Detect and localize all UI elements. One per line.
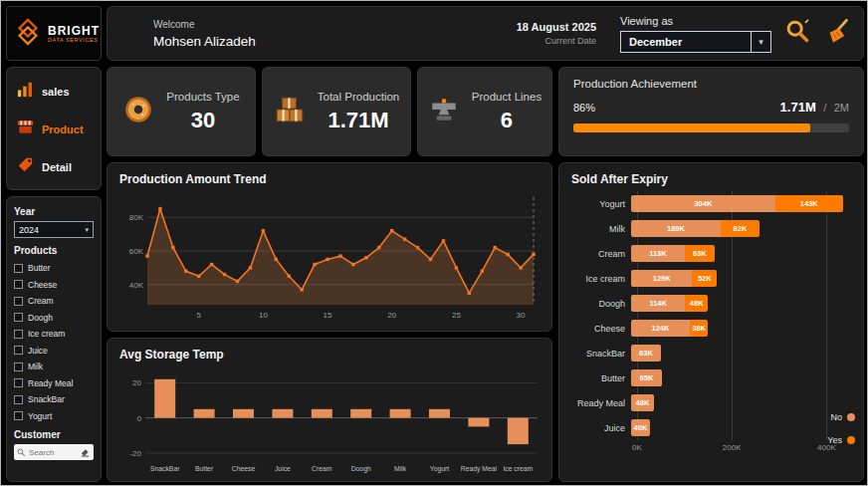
sold-bar-segment-yes[interactable]: 143K: [775, 195, 843, 212]
sidebar-item-label: Detail: [42, 161, 72, 173]
sold-bar-segment-no[interactable]: 129K: [631, 270, 692, 287]
year-dropdown-value: 2024: [19, 225, 39, 235]
sold-after-expiry-title: Sold After Expiry: [559, 163, 863, 189]
checkbox[interactable]: [14, 395, 23, 404]
sold-bar-segment-no[interactable]: 48K: [631, 394, 654, 411]
sold-bar-segment-no[interactable]: 63K: [631, 345, 661, 362]
sold-category-label: Cream: [569, 249, 631, 259]
search-magnifier-icon[interactable]: [784, 18, 811, 49]
checkbox[interactable]: [14, 411, 23, 420]
checkbox-label: Doogh: [28, 313, 53, 323]
checkbox-label: Milk: [28, 362, 43, 371]
svg-text:Cream: Cream: [312, 465, 332, 472]
production-trend-title: Production Amount Trend: [108, 163, 551, 189]
svg-text:80K: 80K: [129, 213, 144, 222]
temp-bar[interactable]: [468, 418, 489, 427]
boxes-icon: [274, 94, 306, 129]
machine-anvil-icon: [428, 94, 460, 129]
temp-bar[interactable]: [508, 418, 529, 445]
chevron-down-icon[interactable]: ▾: [751, 32, 770, 52]
sold-chart[interactable]: 0K200K400KYogurt304K143KMilk189K82KCream…: [559, 189, 863, 478]
legend-dot: [847, 413, 855, 421]
checkbox[interactable]: [14, 363, 23, 371]
month-dropdown[interactable]: December ▾: [620, 31, 771, 53]
kpi-value: 6: [472, 108, 542, 133]
product-filter-ice-cream[interactable]: Ice cream: [14, 326, 94, 343]
customer-search-box[interactable]: [14, 444, 94, 460]
product-filter-cheese[interactable]: Cheese: [14, 277, 94, 294]
sold-row: Milk189K82K: [569, 216, 853, 241]
svg-text:10: 10: [259, 311, 268, 320]
checkbox[interactable]: [14, 280, 23, 289]
temp-plot[interactable]: -20020SnackBarButterCheeseJuiceCreamDoog…: [115, 364, 545, 474]
product-filter-milk[interactable]: Milk: [14, 359, 94, 375]
header-bar: Welcome Mohsen Alizadeh 18 August 2025 C…: [107, 6, 864, 61]
temp-bar[interactable]: [154, 379, 175, 418]
svg-text:Juice: Juice: [275, 465, 291, 472]
svg-text:Butter: Butter: [195, 465, 214, 472]
kpi-label: Total Production: [318, 91, 399, 103]
temp-bar[interactable]: [390, 409, 411, 418]
checkbox[interactable]: [14, 297, 23, 306]
sold-row: Yogurt304K143K: [569, 191, 853, 216]
achievement-title: Production Achievement: [573, 78, 849, 90]
kpi-label: Product Lines: [472, 91, 542, 103]
sold-bar-segment-no[interactable]: 40K: [631, 419, 650, 436]
sold-row: Ice cream129K52K: [569, 266, 853, 291]
sold-bar-segment-yes[interactable]: 82K: [721, 220, 760, 237]
sold-after-expiry-panel: Sold After Expiry 0K200K400KYogurt304K14…: [558, 162, 864, 482]
legend-item-no[interactable]: No: [830, 412, 855, 422]
checkbox[interactable]: [14, 378, 23, 387]
sidebar-item-detail[interactable]: Detail: [16, 155, 92, 178]
sold-bar-segment-yes[interactable]: 38K: [690, 320, 708, 337]
sold-bar-segment-no[interactable]: 114K: [631, 295, 685, 312]
trend-chart[interactable]: 40K60K80K51015202530: [108, 189, 551, 327]
temp-bar[interactable]: [350, 409, 371, 418]
month-dropdown-value: December: [621, 36, 751, 48]
checkbox[interactable]: [14, 330, 23, 339]
temp-chart[interactable]: -20020SnackBarButterCheeseJuiceCreamDoog…: [108, 364, 551, 478]
checkbox-label: Ice cream: [28, 329, 65, 339]
sold-bar-segment-no[interactable]: 189K: [631, 220, 721, 237]
year-dropdown[interactable]: 2024 ▾: [14, 221, 94, 238]
sold-bar-segment-no[interactable]: 124K: [631, 320, 690, 337]
svg-text:Milk: Milk: [394, 465, 407, 472]
broom-clear-icon[interactable]: [824, 18, 851, 49]
product-filter-snackbar[interactable]: SnackBar: [14, 391, 94, 408]
sold-row: SnackBar63K: [569, 341, 853, 365]
sold-bar-segment-yes[interactable]: 63K: [685, 245, 715, 262]
sold-bar-segment-no[interactable]: 113K: [631, 245, 685, 262]
temp-bar[interactable]: [272, 409, 293, 418]
chevron-down-icon[interactable]: ▾: [85, 226, 89, 234]
checkbox[interactable]: [14, 313, 23, 322]
sold-bar-segment-no[interactable]: 65K: [631, 369, 662, 386]
product-filter-doogh[interactable]: Doogh: [14, 310, 94, 327]
products-filter-label: Products: [14, 245, 94, 256]
current-date-label: Current Date: [517, 36, 596, 46]
temp-bar[interactable]: [194, 409, 215, 418]
customer-search-input[interactable]: [29, 448, 77, 457]
sidebar-item-product[interactable]: Product: [16, 118, 92, 140]
product-filter-butter[interactable]: Butter: [14, 260, 94, 277]
checkbox[interactable]: [14, 264, 23, 273]
eraser-icon[interactable]: [80, 443, 91, 461]
svg-text:15: 15: [324, 311, 332, 320]
product-filter-cream[interactable]: Cream: [14, 293, 94, 310]
product-filter-juice[interactable]: Juice: [14, 343, 94, 360]
legend-item-yes[interactable]: Yes: [827, 435, 855, 445]
production-trend-panel: Production Amount Trend 40K60K80K5101520…: [107, 162, 552, 332]
temp-bar[interactable]: [233, 409, 254, 418]
product-filter-yogurt[interactable]: Yogurt: [14, 408, 94, 425]
checkbox[interactable]: [14, 346, 23, 355]
sold-bar-segment-yes[interactable]: 52K: [692, 270, 717, 287]
welcome-label: Welcome: [153, 19, 256, 30]
achievement-progress-fill: [573, 123, 810, 132]
product-filter-ready-meal[interactable]: Ready Meal: [14, 375, 94, 392]
temp-bar[interactable]: [312, 409, 332, 418]
sold-bar-segment-yes[interactable]: 48K: [685, 295, 708, 312]
trend-plot[interactable]: 40K60K80K51015202530: [115, 189, 545, 323]
sold-bar-segment-no[interactable]: 304K: [631, 195, 775, 212]
sidebar-item-sales[interactable]: sales: [16, 80, 92, 103]
sold-category-label: Ice cream: [569, 274, 631, 284]
temp-bar[interactable]: [429, 409, 450, 418]
